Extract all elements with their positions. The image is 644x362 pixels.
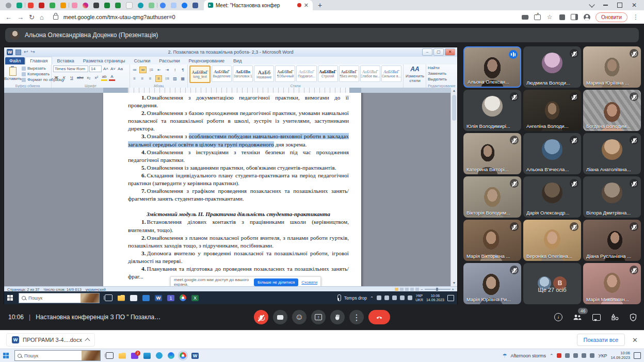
minimize-icon[interactable] bbox=[603, 5, 608, 6]
tray-expand-icon[interactable]: ⌃ bbox=[550, 353, 554, 358]
present-screen-button[interactable]: ↑ bbox=[311, 310, 326, 324]
view-outline-icon[interactable] bbox=[410, 288, 414, 291]
tray-network-icon[interactable] bbox=[400, 295, 405, 300]
people-button[interactable]: 46 bbox=[573, 314, 582, 321]
tab-references[interactable]: Ссылки bbox=[130, 57, 155, 64]
show-marks-button[interactable]: ¶ bbox=[180, 67, 186, 73]
pinned-tab-gmail-icon[interactable] bbox=[50, 3, 55, 8]
document-scrollbar[interactable]: ▲ ▼ bbox=[450, 88, 457, 286]
participant-tile[interactable]: Марина Юріївна ... bbox=[583, 46, 641, 88]
tab-home[interactable]: Главная bbox=[25, 57, 52, 64]
tab-mailings[interactable]: Рассылки bbox=[155, 57, 184, 64]
participant-tile[interactable]: Ангеліна Володи... bbox=[523, 90, 581, 131]
pinned-tab-icon[interactable] bbox=[138, 3, 143, 8]
pinned-tab-icon[interactable] bbox=[72, 3, 77, 8]
participant-tile[interactable]: Марія Юріївна Ри... bbox=[463, 263, 521, 304]
pinned-tab-loading-icon[interactable] bbox=[6, 3, 11, 8]
pinned-tab-gmail-icon[interactable] bbox=[39, 3, 44, 8]
style-no-spacing[interactable]: АаБбВвГ¶Без интер. bbox=[339, 65, 359, 82]
numbering-button[interactable]: ≕ bbox=[139, 67, 146, 73]
tab-view[interactable]: Вид bbox=[229, 57, 246, 64]
participant-tile[interactable]: Вікторія Володим... bbox=[463, 176, 521, 218]
browser-menu-icon[interactable]: ⋮ bbox=[633, 13, 639, 21]
sort-button[interactable]: ↕ bbox=[172, 67, 178, 73]
tab-page-layout[interactable]: Разметка страницы bbox=[79, 57, 130, 64]
app-icon-with-badge[interactable]: 2 bbox=[131, 353, 138, 359]
align-right-button[interactable]: ≡ bbox=[148, 76, 153, 81]
language-switch[interactable]: УКРUKR bbox=[415, 294, 423, 302]
save-icon[interactable] bbox=[15, 50, 21, 55]
align-center-button[interactable]: ≡ bbox=[139, 76, 145, 81]
participant-tile[interactable]: Альона Олексан... bbox=[463, 46, 521, 88]
participant-tile[interactable]: Вероніка Олегівна... bbox=[523, 220, 581, 261]
show-all-downloads-button[interactable]: Показати все bbox=[577, 334, 625, 346]
chrome-taskbar-icon[interactable] bbox=[180, 352, 186, 359]
pinned-tab-facebook-icon[interactable] bbox=[182, 3, 187, 8]
app-icon[interactable] bbox=[130, 295, 137, 301]
clock[interactable]: 10:0614.09.2023 bbox=[610, 351, 630, 360]
word-minimize-icon[interactable]: – bbox=[422, 48, 432, 56]
word-taskbar-icon[interactable]: W bbox=[191, 353, 199, 359]
reactions-button[interactable]: ☺ bbox=[292, 310, 307, 324]
search-highlight-image[interactable] bbox=[81, 293, 99, 303]
participant-tile[interactable]: Вілора Дмитрівна... bbox=[583, 176, 641, 218]
tray-mic-icon[interactable] bbox=[384, 295, 389, 300]
change-styles-button[interactable]: АА Изменить стили bbox=[405, 65, 425, 83]
participant-tile[interactable]: Катерина Вікторі... bbox=[463, 133, 521, 174]
active-tab[interactable]: Meet: "Настановна конфер ✕ bbox=[204, 0, 313, 10]
font-size-select[interactable]: 14 bbox=[89, 65, 102, 72]
italic-button[interactable]: К bbox=[61, 75, 67, 80]
action-center-icon[interactable] bbox=[447, 295, 454, 301]
taskbar-search[interactable]: Пошук bbox=[14, 350, 101, 361]
host-controls-button[interactable] bbox=[630, 314, 637, 321]
style-subtitle[interactable]: АаБбВвГПодзагол... bbox=[296, 65, 316, 82]
font-name-select[interactable]: Times New Rom bbox=[53, 65, 88, 72]
pinned-tab-icon[interactable] bbox=[160, 3, 166, 8]
multilevel-list-button[interactable]: ⁝≡ bbox=[149, 67, 154, 73]
mic-toggle-button[interactable] bbox=[254, 310, 268, 324]
tray-icon[interactable] bbox=[590, 353, 594, 358]
chevron-down-icon[interactable] bbox=[589, 2, 594, 7]
weather-label[interactable]: Afternoon storms bbox=[510, 353, 546, 358]
tab-file[interactable]: Файл bbox=[5, 57, 25, 64]
decrease-indent-button[interactable]: ⇤ bbox=[156, 67, 162, 73]
style-heading1[interactable]: АаБбВвЗаголовок 1 bbox=[233, 65, 253, 82]
start-button[interactable] bbox=[3, 353, 9, 359]
style-strong[interactable]: АаБбВвГСтрогий bbox=[318, 65, 338, 82]
scroll-up-icon[interactable]: ▲ bbox=[452, 88, 457, 93]
line-spacing-button[interactable]: ↕≡ bbox=[164, 76, 170, 81]
forward-icon[interactable]: → bbox=[17, 14, 24, 21]
bold-button[interactable]: Ж bbox=[53, 75, 59, 80]
tray-mic-icon[interactable] bbox=[565, 353, 570, 358]
more-participants-tile[interactable]: В Ще 27 осіб bbox=[523, 263, 581, 304]
view-draft-icon[interactable] bbox=[415, 288, 419, 291]
raise-hand-button[interactable] bbox=[330, 310, 345, 324]
justify-button[interactable]: ≡ bbox=[155, 75, 162, 82]
telegram-icon[interactable] bbox=[156, 352, 163, 359]
tray-icon[interactable] bbox=[557, 353, 561, 358]
excel-taskbar-icon[interactable]: X bbox=[191, 295, 199, 301]
participant-tile[interactable]: Юлія Володимирі... bbox=[463, 90, 521, 131]
word-taskbar-icon[interactable]: W bbox=[155, 295, 162, 301]
edge-browser-icon[interactable] bbox=[168, 352, 174, 359]
participant-tile[interactable]: Ліана Анатоліївна... bbox=[583, 133, 641, 174]
style-intense-emphasis[interactable]: АаБбВвГСильное в... bbox=[381, 65, 401, 82]
style-title[interactable]: АаБбНазвание bbox=[254, 65, 274, 82]
style-long-text[interactable]: АаБбВвГlong_text bbox=[189, 65, 211, 83]
style-emphasis[interactable]: АаБбВвГВыделение bbox=[212, 65, 232, 82]
file-explorer-icon[interactable] bbox=[119, 353, 126, 359]
tray-keyboard-icon[interactable] bbox=[582, 353, 586, 358]
app-icon[interactable]: 1 bbox=[167, 295, 174, 301]
taskbar-search[interactable]: Пошук bbox=[19, 293, 100, 303]
address-bar[interactable]: meet.google.com/tmx-utau-qmg?authuser=0 bbox=[63, 14, 516, 20]
style-subtle-emphasis[interactable]: АаБбВвГСлабое вы... bbox=[360, 65, 380, 82]
zoom-slider[interactable] bbox=[425, 289, 450, 290]
pinned-tab-icon[interactable] bbox=[171, 3, 176, 8]
update-browser-button[interactable]: Оновити bbox=[595, 12, 627, 22]
pinned-tab-gmail-icon[interactable] bbox=[60, 3, 66, 8]
home-icon[interactable]: ⌂ bbox=[40, 14, 44, 21]
task-view-icon[interactable] bbox=[105, 294, 112, 301]
replace-button[interactable]: Заменить bbox=[428, 71, 454, 76]
tab-insert[interactable]: Вставка bbox=[53, 57, 78, 64]
undo-icon[interactable]: ↩ bbox=[24, 50, 28, 55]
